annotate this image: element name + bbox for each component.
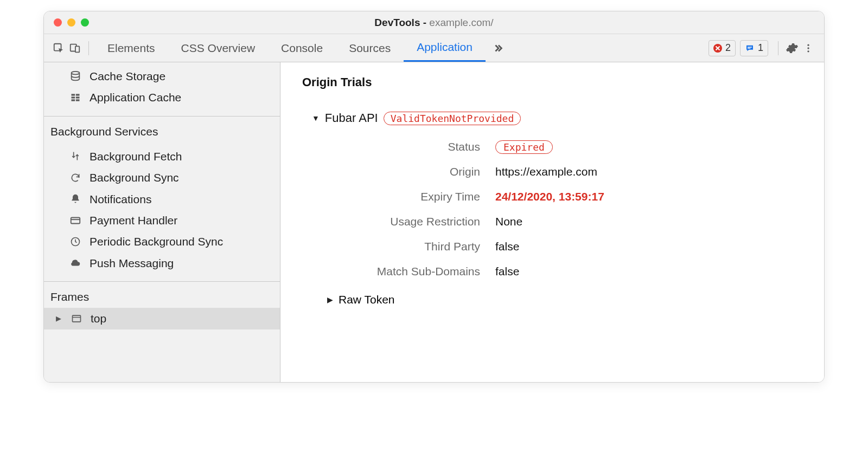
expand-arrow-icon[interactable]: ▶	[56, 314, 61, 324]
sidebar-item-cache-storage[interactable]: Cache Storage	[44, 66, 280, 87]
messages-count: 1	[758, 42, 763, 54]
field-value-expiry: 24/12/2020, 13:59:17	[495, 190, 824, 203]
svg-point-6	[807, 47, 809, 49]
svg-rect-11	[72, 96, 75, 98]
trial-status-badge: ValidTokenNotProvided	[384, 112, 521, 125]
svg-point-8	[72, 72, 80, 75]
sidebar-label: Notifications	[90, 191, 151, 207]
tab-css-overview[interactable]: CSS Overview	[168, 34, 269, 62]
raw-token-label: Raw Token	[339, 293, 395, 306]
field-label-subdomains: Match Sub-Domains	[317, 265, 480, 278]
sidebar-item-notifications[interactable]: Notifications	[44, 189, 280, 210]
trial-details-grid: Status Expired Origin https://example.co…	[302, 140, 824, 278]
frame-icon	[70, 312, 83, 325]
console-errors-button[interactable]: 2	[709, 40, 736, 56]
svg-rect-14	[76, 99, 80, 101]
more-tabs-button[interactable]	[486, 34, 510, 62]
traffic-lights	[44, 18, 89, 27]
svg-rect-3	[748, 47, 752, 47]
sidebar-label: Push Messaging	[90, 255, 174, 271]
svg-rect-13	[72, 99, 75, 101]
message-icon	[745, 44, 755, 53]
tab-console[interactable]: Console	[268, 34, 336, 62]
window-title-host: example.com/	[429, 17, 493, 28]
svg-rect-18	[73, 315, 81, 322]
field-value-usage: None	[495, 215, 824, 228]
field-value-subdomains: false	[495, 265, 824, 278]
raw-token-row[interactable]: ▶ Raw Token	[302, 293, 824, 306]
sync-icon	[69, 171, 82, 184]
svg-rect-15	[71, 217, 80, 223]
window-title: DevTools - example.com/	[44, 17, 824, 29]
panel-tabs: Elements CSS Overview Console Sources Ap…	[94, 34, 709, 62]
settings-gear-icon[interactable]	[784, 40, 800, 56]
trial-disclose-toggle[interactable]: ▼	[312, 114, 320, 122]
sidebar-label: Payment Handler	[90, 212, 177, 228]
sidebar-item-background-fetch[interactable]: Background Fetch	[44, 146, 280, 167]
devtools-toolbar: Elements CSS Overview Console Sources Ap…	[44, 34, 824, 62]
titlebar: DevTools - example.com/	[44, 11, 824, 34]
field-label-status: Status	[317, 140, 480, 153]
sidebar-group-background-services: Background Fetch Background Sync Notific…	[44, 143, 280, 277]
database-icon	[69, 70, 82, 83]
devtools-window: DevTools - example.com/ Elements CSS Ove…	[43, 11, 825, 383]
fetch-icon	[69, 150, 82, 163]
svg-rect-4	[748, 48, 750, 48]
console-messages-button[interactable]: 1	[740, 40, 768, 56]
more-options-icon[interactable]	[800, 40, 816, 56]
section-title: Origin Trials	[302, 75, 824, 89]
svg-rect-12	[76, 96, 80, 98]
panel-content: Cache Storage Application Cache Backgrou…	[44, 62, 824, 382]
svg-rect-9	[72, 94, 75, 95]
field-value-origin: https://example.com	[495, 165, 824, 178]
toolbar-separator-2	[778, 41, 778, 55]
zoom-window-button[interactable]	[81, 18, 89, 27]
svg-rect-10	[76, 94, 80, 95]
tab-elements[interactable]: Elements	[94, 34, 168, 62]
sidebar-heading-background-services: Background Services	[44, 117, 280, 143]
trial-name: Fubar API	[325, 111, 378, 125]
sidebar-label: Cache Storage	[90, 68, 165, 84]
sidebar-item-push-messaging[interactable]: Push Messaging	[44, 253, 280, 274]
trial-row: ▼ Fubar API ValidTokenNotProvided	[302, 111, 824, 125]
card-icon	[69, 214, 82, 227]
svg-point-7	[807, 50, 809, 52]
sidebar-label: Background Fetch	[90, 148, 182, 164]
sidebar-label: top	[91, 311, 106, 326]
sidebar-item-frame-top[interactable]: ▶ top	[44, 308, 280, 329]
origin-trials-panel: Origin Trials ▼ Fubar API ValidTokenNotP…	[280, 62, 824, 382]
bell-icon	[69, 192, 82, 205]
sidebar-item-periodic-background-sync[interactable]: Periodic Background Sync	[44, 231, 280, 252]
field-label-origin: Origin	[317, 165, 480, 178]
tab-sources[interactable]: Sources	[336, 34, 404, 62]
tab-application[interactable]: Application	[404, 34, 486, 62]
sidebar-label: Background Sync	[90, 170, 179, 185]
sidebar-item-payment-handler[interactable]: Payment Handler	[44, 210, 280, 231]
error-icon	[713, 44, 722, 53]
sidebar-item-background-sync[interactable]: Background Sync	[44, 167, 280, 188]
clock-icon	[69, 235, 82, 248]
close-window-button[interactable]	[54, 18, 62, 27]
field-label-thirdparty: Third Party	[317, 240, 480, 253]
application-sidebar: Cache Storage Application Cache Backgrou…	[44, 62, 280, 382]
cloud-icon	[69, 256, 82, 269]
field-label-usage: Usage Restriction	[317, 215, 480, 228]
svg-rect-2	[75, 46, 79, 52]
errors-count: 2	[725, 42, 731, 54]
sidebar-label: Periodic Background Sync	[90, 234, 223, 249]
field-value-thirdparty: false	[495, 240, 824, 253]
device-toggle-icon[interactable]	[67, 40, 83, 56]
inspect-element-icon[interactable]	[50, 40, 67, 56]
sidebar-item-application-cache[interactable]: Application Cache	[44, 87, 280, 108]
sidebar-group-cache: Cache Storage Application Cache	[44, 62, 280, 112]
field-value-status: Expired	[495, 140, 824, 153]
grid-icon	[69, 91, 82, 104]
minimize-window-button[interactable]	[67, 18, 75, 27]
svg-point-5	[807, 44, 809, 46]
field-label-expiry: Expiry Time	[317, 190, 480, 203]
window-title-prefix: DevTools -	[374, 17, 429, 28]
sidebar-label: Application Cache	[90, 89, 181, 105]
toolbar-separator	[88, 41, 89, 55]
sidebar-heading-frames: Frames	[44, 282, 280, 308]
raw-token-disclose-toggle[interactable]: ▶	[327, 295, 333, 304]
